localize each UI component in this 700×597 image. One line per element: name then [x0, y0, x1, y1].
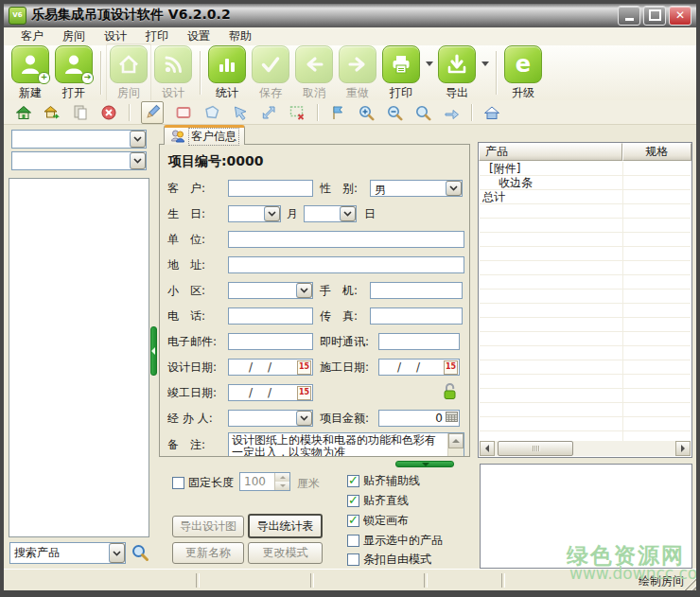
pencil-icon[interactable] [141, 101, 164, 124]
fixed-length-checkbox[interactable]: 固定长度 [172, 475, 234, 491]
print-dropdown-arrow[interactable] [423, 45, 435, 81]
calendar-icon[interactable]: 15 [297, 386, 311, 400]
column-spec[interactable]: 规格 [622, 143, 691, 161]
export-dropdown-arrow[interactable] [479, 45, 491, 81]
snap-lines-checkbox[interactable]: 贴齐直线 [347, 493, 409, 509]
free-strip-mode-checkbox[interactable]: 条扣自由模式 [347, 552, 431, 568]
chevron-down-icon[interactable] [130, 152, 146, 169]
print-button[interactable]: 打印 [379, 45, 423, 101]
printer-icon [382, 45, 420, 83]
chevron-down-icon[interactable] [296, 283, 312, 298]
polygon-tool-icon[interactable] [203, 104, 220, 121]
district-combo[interactable] [228, 282, 313, 299]
address-row: 地 址: [167, 255, 464, 274]
resize-arrow-icon[interactable] [260, 104, 277, 121]
product-table: 产品 规格 [附件] 收边条 总计 [478, 142, 692, 458]
scrollbar-thumb[interactable] [498, 441, 573, 456]
scroll-right-icon[interactable] [675, 441, 691, 456]
maximize-button[interactable] [643, 6, 666, 26]
new-button[interactable]: + 新建 [9, 45, 52, 101]
birth-month-combo[interactable] [228, 205, 281, 222]
chevron-down-icon[interactable] [296, 411, 312, 426]
zoom-in-icon[interactable] [358, 104, 375, 121]
calendar-icon[interactable]: 15 [297, 360, 311, 375]
remark-scrollbar[interactable] [447, 433, 464, 457]
product-list[interactable] [9, 178, 149, 537]
lock-icon[interactable] [443, 382, 457, 403]
snap-guides-checkbox[interactable]: 贴齐辅助线 [347, 473, 420, 489]
agent-combo[interactable] [228, 410, 313, 427]
home-blue-icon[interactable] [483, 104, 500, 121]
menu-settings[interactable]: 设置 [178, 27, 219, 45]
length-stepper[interactable]: 100 [239, 472, 290, 491]
left-filter-combo-1[interactable] [11, 130, 147, 149]
minimize-button[interactable] [618, 6, 640, 26]
change-mode-button: 更改模式 [248, 542, 323, 564]
construction-date-input[interactable]: / / 15 [378, 359, 460, 376]
select-arrow-icon[interactable] [232, 104, 249, 121]
table-row[interactable]: 收边条 [499, 176, 533, 190]
paste-icon[interactable] [72, 104, 89, 121]
left-filter-combo-2[interactable] [11, 151, 147, 170]
design-date-input[interactable]: / / 15 [228, 359, 313, 376]
home-export-icon[interactable] [44, 104, 61, 121]
calendar-icon[interactable]: 15 [444, 360, 458, 375]
table-row[interactable]: [附件] [489, 162, 520, 176]
email-input[interactable] [228, 333, 313, 350]
flag-icon[interactable] [329, 104, 346, 121]
search-icon[interactable] [131, 544, 149, 562]
show-selected-products-checkbox[interactable]: 显示选中的产品 [347, 533, 443, 549]
stepper-down-icon[interactable] [275, 482, 289, 490]
chevron-down-icon[interactable] [446, 181, 462, 196]
chevron-down-icon[interactable] [109, 543, 125, 563]
horizontal-scrollbar[interactable] [480, 441, 691, 456]
search-product-combo[interactable]: 搜索产品 [9, 542, 126, 564]
chevron-down-icon[interactable] [340, 206, 356, 221]
home-green-icon[interactable] [15, 104, 32, 121]
remark-textarea[interactable]: 设计图纸上的模块和电器的功能和色彩有一定出入，以实物为准 [228, 432, 464, 457]
forward-arrow-icon[interactable] [443, 104, 460, 121]
scroll-up-icon[interactable] [448, 433, 464, 448]
menu-help[interactable]: 帮助 [219, 27, 261, 45]
statistics-button[interactable]: 统计 [205, 45, 249, 101]
completion-date-input[interactable]: / / 15 [228, 384, 313, 401]
chevron-down-icon[interactable] [264, 206, 280, 221]
column-product[interactable]: 产品 [479, 143, 622, 161]
birth-day-combo[interactable] [304, 205, 357, 222]
open-button[interactable]: ➔ 打开 [52, 45, 96, 101]
phone-input[interactable] [228, 307, 313, 325]
company-input[interactable] [228, 231, 464, 248]
rect-tool-icon[interactable] [175, 104, 192, 121]
update-name-button: 更新名称 [172, 542, 244, 564]
scroll-left-icon[interactable] [480, 441, 495, 456]
calculator-icon[interactable] [446, 412, 458, 425]
stepper-up-icon[interactable] [275, 473, 289, 482]
delete-icon[interactable] [100, 104, 117, 121]
vertical-splitter-handle[interactable] [150, 326, 157, 376]
zoom-out-icon[interactable] [386, 104, 403, 121]
table-rows[interactable]: [附件] 收边条 总计 [480, 162, 691, 441]
chevron-down-icon[interactable] [130, 131, 146, 148]
user-open-icon: ➔ [55, 45, 93, 83]
table-row[interactable]: 总计 [482, 190, 505, 204]
gender-combo[interactable]: 男 [370, 180, 463, 197]
export-stats-button[interactable]: 导出统计表 [248, 514, 323, 538]
fax-input[interactable] [370, 307, 463, 325]
menu-customer[interactable]: 客户 [11, 27, 53, 45]
im-input[interactable] [378, 333, 460, 350]
amount-input[interactable]: 0 [378, 410, 460, 427]
address-input[interactable] [228, 256, 464, 273]
minimize-icon [625, 18, 634, 21]
menu-room[interactable]: 房间 [53, 27, 95, 45]
lock-canvas-checkbox[interactable]: 锁定画布 [347, 513, 409, 529]
close-button[interactable]: ✕ [669, 6, 691, 26]
export-button[interactable]: 导出 [435, 45, 479, 101]
mobile-input[interactable] [370, 282, 463, 299]
zoom-icon[interactable] [414, 104, 431, 121]
search-input[interactable]: 搜索产品 [10, 543, 109, 563]
upgrade-button[interactable]: e 升级 [501, 45, 545, 101]
deselect-icon[interactable] [289, 104, 306, 121]
tab-customer-info[interactable]: 客户信息 [164, 125, 245, 145]
customer-input[interactable] [228, 180, 313, 197]
collapse-handle[interactable] [395, 461, 454, 467]
